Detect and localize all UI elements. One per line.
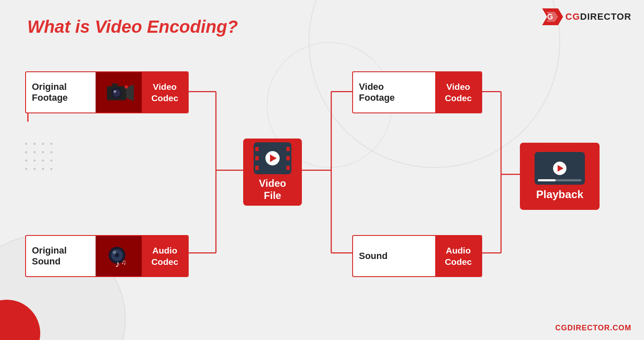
- playback-label: Playback: [536, 188, 584, 201]
- playback-box: Playback: [520, 143, 600, 210]
- audio-icon: ♪ ♫: [104, 243, 133, 269]
- original-footage-box: OriginalFootage VideoCod: [25, 71, 189, 113]
- audio-codec-label-sound: AudioCodec: [151, 245, 178, 268]
- video-file-label: VideoFile: [259, 178, 286, 202]
- audio-codec-label-out: AudioCodec: [445, 245, 472, 268]
- original-sound-box: OriginalSound ♪ ♫ AudioCodec: [25, 235, 189, 277]
- svg-text:G: G: [547, 13, 553, 21]
- svg-point-29: [113, 251, 116, 254]
- video-footage-out-box: VideoFootage VideoCodec: [352, 71, 482, 113]
- svg-point-19: [113, 89, 120, 97]
- video-codec-label-footage: VideoCodec: [151, 81, 178, 104]
- video-codec-label-out: VideoCodec: [445, 81, 472, 104]
- svg-point-26: [115, 253, 119, 257]
- svg-text:♫: ♫: [121, 259, 126, 266]
- original-footage-label: OriginalFootage: [32, 81, 90, 104]
- sound-out-box: Sound AudioCodec: [352, 235, 482, 277]
- logo: G CGDIRECTOR: [542, 8, 632, 25]
- video-file-box: VideoFile: [243, 139, 302, 206]
- camera-icon: [104, 80, 134, 105]
- diagram-area: OriginalFootage VideoCod: [25, 46, 631, 319]
- page-title: What is Video Encoding?: [27, 17, 238, 37]
- logo-text: CGDIRECTOR: [566, 11, 632, 22]
- svg-text:♪: ♪: [115, 259, 120, 269]
- video-footage-out-label: VideoFootage: [359, 81, 429, 104]
- logo-icon: G: [542, 8, 563, 25]
- svg-rect-21: [112, 84, 118, 87]
- svg-point-20: [114, 90, 116, 93]
- original-sound-label: OriginalSound: [32, 245, 90, 267]
- footer-text: CGDIRECTOR.COM: [555, 324, 631, 332]
- sound-out-label: Sound: [359, 251, 429, 262]
- svg-point-23: [125, 85, 128, 89]
